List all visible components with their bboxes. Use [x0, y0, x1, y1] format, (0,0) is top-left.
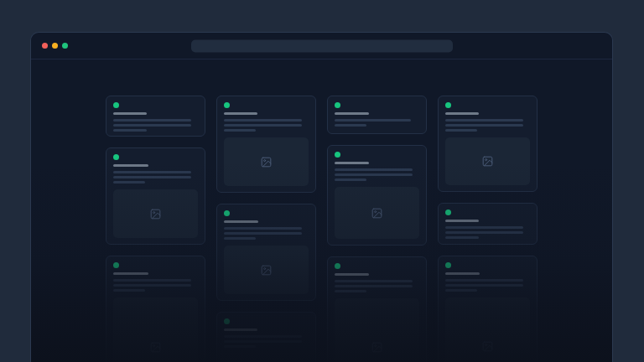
skeleton-line [445, 129, 477, 132]
image-icon [371, 207, 383, 220]
image-placeholder [335, 187, 419, 239]
skeleton-title [335, 162, 369, 164]
status-dot-icon [113, 262, 119, 268]
status-dot-icon [224, 318, 230, 324]
url-bar[interactable] [191, 39, 453, 52]
skeleton-line [113, 284, 191, 287]
skeleton-title [113, 272, 148, 275]
image-placeholder [224, 246, 309, 294]
skeleton-line [113, 124, 191, 127]
skeleton-line [335, 290, 366, 292]
skeleton-line [445, 119, 523, 122]
skeleton-line [335, 119, 411, 122]
status-dot-icon [113, 102, 119, 108]
masonry-column [106, 96, 205, 362]
skeleton-line [335, 280, 413, 282]
skeleton-line [335, 124, 366, 127]
skeleton-line [445, 289, 477, 292]
skeleton-line [224, 129, 256, 132]
skeleton-line [113, 279, 191, 282]
card[interactable] [438, 96, 538, 192]
skeleton-line [445, 236, 479, 239]
skeleton-line [335, 178, 366, 181]
masonry-column [438, 96, 538, 362]
skeleton-title [335, 273, 369, 276]
skeleton-line [224, 335, 302, 338]
card[interactable] [438, 203, 538, 245]
skeleton-line [113, 129, 147, 132]
skeleton-title [445, 272, 480, 275]
card[interactable] [106, 96, 205, 137]
browser-window [30, 32, 613, 362]
image-icon [149, 341, 162, 354]
window-controls [42, 43, 68, 49]
skeleton-line [224, 340, 302, 343]
status-dot-icon [224, 102, 230, 108]
skeleton-title [113, 112, 147, 115]
image-icon [260, 264, 273, 277]
skeleton-line [224, 232, 302, 235]
image-icon [149, 208, 162, 220]
skeleton-line [445, 124, 523, 127]
skeleton-line [445, 226, 523, 229]
window-topbar [31, 33, 612, 59]
page-background: { "window": { "controls": [ {"name": "cl… [0, 0, 644, 362]
card[interactable] [327, 256, 427, 362]
status-dot-icon [335, 152, 340, 158]
image-icon [481, 340, 494, 353]
skeleton-line [335, 285, 413, 287]
status-dot-icon [113, 154, 119, 160]
card-grid [106, 96, 538, 362]
skeleton-line [113, 171, 191, 173]
image-placeholder [224, 137, 309, 186]
skeleton-line [335, 173, 413, 176]
card[interactable] [438, 256, 538, 362]
skeleton-line [224, 227, 302, 230]
masonry-column [216, 96, 316, 362]
image-icon [260, 156, 273, 168]
image-placeholder [113, 189, 198, 238]
image-icon [371, 341, 383, 354]
close-button[interactable] [42, 43, 48, 49]
image-placeholder [445, 297, 530, 362]
image-placeholder [335, 298, 419, 362]
skeleton-title [224, 328, 257, 331]
skeleton-title [445, 112, 479, 115]
skeleton-line [113, 176, 191, 178]
masonry-column [327, 96, 427, 362]
card[interactable] [327, 96, 427, 134]
status-dot-icon [335, 263, 340, 269]
status-dot-icon [335, 102, 340, 108]
status-dot-icon [445, 209, 451, 215]
status-dot-icon [224, 210, 230, 216]
skeleton-line [445, 231, 523, 234]
image-placeholder [445, 137, 530, 185]
skeleton-title [224, 220, 258, 223]
maximize-button[interactable] [62, 43, 68, 49]
card[interactable] [216, 96, 316, 193]
skeleton-title [224, 112, 257, 115]
skeleton-line [224, 345, 256, 348]
status-dot-icon [445, 262, 451, 268]
skeleton-line [113, 289, 145, 292]
image-icon [481, 155, 494, 168]
minimize-button[interactable] [52, 43, 58, 49]
card[interactable] [106, 256, 205, 362]
skeleton-title [335, 112, 369, 115]
card[interactable] [216, 204, 316, 301]
skeleton-line [224, 119, 302, 122]
card[interactable] [106, 147, 205, 245]
status-dot-icon [445, 102, 451, 108]
card[interactable] [327, 145, 427, 246]
content-area [31, 59, 612, 362]
skeleton-line [445, 284, 523, 287]
skeleton-line [335, 168, 413, 171]
skeleton-line [224, 124, 302, 127]
skeleton-line [445, 279, 523, 282]
image-placeholder [113, 297, 198, 362]
skeleton-line [113, 181, 145, 184]
skeleton-title [113, 164, 148, 167]
card[interactable] [216, 312, 316, 362]
skeleton-title [445, 220, 479, 222]
skeleton-line [224, 237, 256, 240]
